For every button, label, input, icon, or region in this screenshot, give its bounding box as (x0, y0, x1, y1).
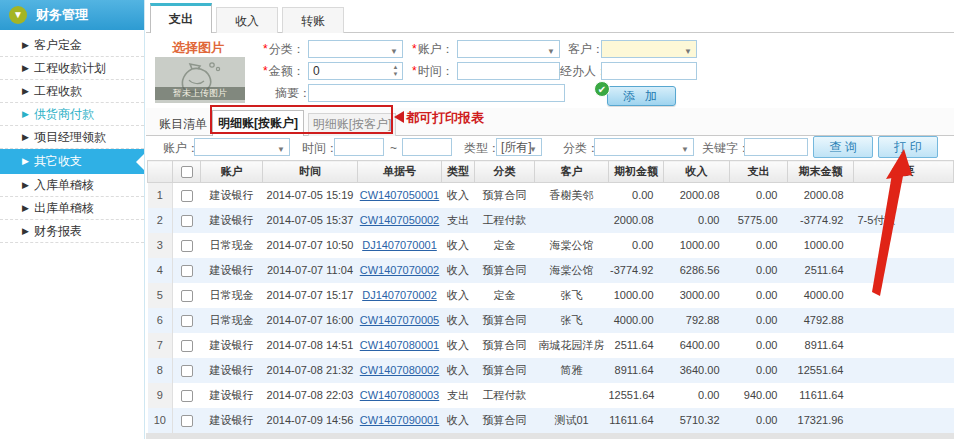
row-checkbox[interactable] (181, 340, 193, 352)
doc-link[interactable]: CW1407080002 (360, 364, 440, 376)
table-row: 8建设银行2014-07-08 21:32CW1407080002收入预算合同简… (148, 358, 954, 383)
doc-link[interactable]: CW1407080001 (360, 339, 440, 351)
add-button[interactable]: 添 加 (607, 86, 676, 106)
filter-category-select[interactable]: ▼ (594, 138, 694, 156)
sidebar-item-8[interactable]: ▶财务报表 (0, 220, 144, 243)
cell-account: 建设银行 (201, 358, 263, 383)
table-row: 5日常现金2014-07-07 15:17DJ1407070002收入定金张飞1… (148, 283, 954, 308)
search-button[interactable]: 查 询 (813, 136, 873, 158)
row-checkbox[interactable] (181, 365, 193, 377)
cell-type: 收入 (442, 258, 475, 283)
tab-2[interactable]: 转账 (282, 7, 344, 33)
row-checkbox[interactable] (181, 190, 193, 202)
account-select[interactable]: ▼ (457, 40, 560, 58)
cell-type: 支出 (442, 383, 475, 408)
row-checkbox[interactable] (181, 415, 193, 427)
doc-link[interactable]: DJ1407070002 (362, 289, 437, 301)
sidebar-item-0[interactable]: ▶客户定金 (0, 34, 144, 57)
tab-1[interactable]: 收入 (216, 7, 278, 33)
cell-customer: 测试01 (535, 408, 609, 433)
doc-link[interactable]: CW1407070002 (360, 264, 440, 276)
category-select[interactable]: ▼ (308, 40, 403, 58)
select-all-checkbox[interactable] (181, 166, 193, 178)
sidebar-item-7[interactable]: ▶出库单稽核 (0, 197, 144, 220)
row-checkbox[interactable] (181, 240, 193, 252)
operator-input[interactable] (601, 62, 697, 80)
subtab-1[interactable]: 明细账[按账户] (212, 110, 304, 136)
sidebar-item-1[interactable]: ▶工程收款计划 (0, 57, 144, 80)
subtab-0[interactable]: 账目清单 (156, 114, 210, 134)
cell-category: 预算合同 (475, 183, 535, 208)
cell-expense: 0.00 (730, 183, 788, 208)
row-checkbox[interactable] (181, 390, 193, 402)
sidebar-item-6[interactable]: ▶入库单稽核 (0, 174, 144, 197)
row-select-cell (173, 258, 201, 283)
sidebar-header[interactable]: ▼ 财务管理 (0, 0, 144, 30)
filter-keyword-input[interactable] (744, 138, 808, 156)
tab-0[interactable]: 支出 (150, 3, 212, 33)
filter-type-select[interactable]: [所有]▼ (496, 138, 542, 156)
time-input[interactable] (457, 62, 560, 80)
print-button[interactable]: 打 印 (878, 136, 938, 158)
chevron-down-icon: ▼ (684, 44, 692, 60)
sidebar-item-4[interactable]: ▶项目经理领款 (0, 126, 144, 149)
cell-customer: 南城花园洋房 (535, 333, 609, 358)
sidebar-item-2[interactable]: ▶工程收款 (0, 80, 144, 103)
filter-time-to-input[interactable] (402, 138, 452, 156)
row-select-cell (173, 233, 201, 258)
sidebar-menu: ▶客户定金▶工程收款计划▶工程收款▶供货商付款▶项目经理领款▶其它收支▶入库单稽… (0, 34, 144, 243)
cell-opening: 1000.00 (609, 283, 664, 308)
cell-closing: 4792.88 (788, 308, 854, 333)
col-header-3: 类型 (442, 161, 475, 183)
cell-expense: 0.00 (730, 408, 788, 433)
cell-type: 收入 (442, 308, 475, 333)
spinner-arrows-icon[interactable]: ▲▼ (391, 64, 400, 78)
summary-input[interactable] (308, 84, 565, 102)
chevron-down-icon: ▼ (529, 142, 537, 158)
cell-opening: 4000.00 (609, 308, 664, 333)
doc-link[interactable]: CW1407050002 (360, 214, 440, 226)
triangle-bullet-icon: ▶ (22, 197, 29, 220)
cell-doc: DJ1407070001 (358, 233, 442, 258)
cell-closing: -3774.92 (788, 208, 854, 233)
doc-link[interactable]: DJ1407070001 (362, 239, 437, 251)
cell-expense: 0.00 (730, 283, 788, 308)
subtab-2[interactable]: 明细账[按客户] (308, 113, 396, 136)
row-number: 10 (148, 408, 173, 433)
customer-select[interactable]: ▼ (601, 40, 697, 58)
filter-time-from-input[interactable] (334, 138, 384, 156)
doc-link[interactable]: CW1407070005 (360, 314, 440, 326)
row-select-cell (173, 308, 201, 333)
cell-type: 收入 (442, 333, 475, 358)
row-select-cell (173, 283, 201, 308)
sidebar-item-5[interactable]: ▶其它收支 (0, 149, 144, 174)
image-preview-box[interactable]: 暂未上传图片 (155, 57, 245, 103)
row-checkbox[interactable] (181, 215, 193, 227)
amount-input[interactable]: 0▲▼ (308, 62, 403, 80)
chevron-down-icon: ▼ (547, 44, 555, 60)
row-checkbox[interactable] (181, 265, 193, 277)
collapse-chevron-icon[interactable]: ▼ (9, 6, 27, 24)
cell-customer: 张飞 (535, 308, 609, 333)
ledger-table: 账户时间单据号类型分类客户期初金额收入支出期末金额摘要 1建设银行2014-07… (147, 160, 954, 433)
doc-link[interactable]: CW1407090001 (360, 414, 440, 426)
sidebar-item-3[interactable]: ▶供货商付款 (0, 103, 144, 126)
col-header-7: 收入 (664, 161, 730, 183)
cell-customer: 海棠公馆 (535, 233, 609, 258)
cell-expense: 0.00 (730, 258, 788, 283)
choose-image-link[interactable]: 选择图片 (172, 39, 224, 57)
doc-link[interactable]: CW1407080003 (360, 389, 440, 401)
cell-opening: 2511.64 (609, 333, 664, 358)
cell-opening: 2000.08 (609, 208, 664, 233)
cell-closing: 4000.00 (788, 283, 854, 308)
filter-account-select[interactable]: ▼ (194, 138, 290, 156)
row-checkbox[interactable] (181, 315, 193, 327)
table-row: 2建设银行2014-07-05 15:37CW1407050002支出工程付款2… (148, 208, 954, 233)
doc-link[interactable]: CW1407050001 (360, 189, 440, 201)
triangle-bullet-icon: ▶ (22, 57, 29, 80)
chevron-down-icon: ▼ (681, 142, 689, 158)
cell-account: 建设银行 (201, 408, 263, 433)
cell-summary (854, 333, 954, 358)
row-checkbox[interactable] (181, 290, 193, 302)
cell-type: 收入 (442, 358, 475, 383)
